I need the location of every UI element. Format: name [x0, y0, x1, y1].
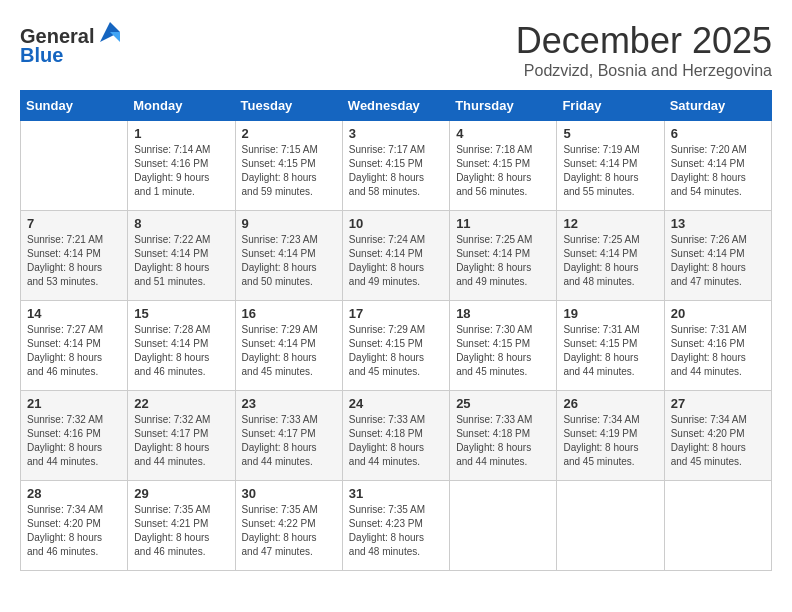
day-info: Sunrise: 7:18 AMSunset: 4:15 PMDaylight:… [456, 143, 550, 199]
month-title: December 2025 [516, 20, 772, 62]
week-row-3: 14Sunrise: 7:27 AMSunset: 4:14 PMDayligh… [21, 301, 772, 391]
day-number: 15 [134, 306, 228, 321]
day-info: Sunrise: 7:24 AMSunset: 4:14 PMDaylight:… [349, 233, 443, 289]
calendar-cell: 31Sunrise: 7:35 AMSunset: 4:23 PMDayligh… [342, 481, 449, 571]
page-header: General Blue December 2025 Podzvizd, Bos… [20, 20, 772, 80]
weekday-header-row: SundayMondayTuesdayWednesdayThursdayFrid… [21, 91, 772, 121]
day-info: Sunrise: 7:17 AMSunset: 4:15 PMDaylight:… [349, 143, 443, 199]
calendar-cell: 4Sunrise: 7:18 AMSunset: 4:15 PMDaylight… [450, 121, 557, 211]
day-number: 13 [671, 216, 765, 231]
calendar-cell: 1Sunrise: 7:14 AMSunset: 4:16 PMDaylight… [128, 121, 235, 211]
calendar-cell [557, 481, 664, 571]
day-info: Sunrise: 7:14 AMSunset: 4:16 PMDaylight:… [134, 143, 228, 199]
calendar-cell: 10Sunrise: 7:24 AMSunset: 4:14 PMDayligh… [342, 211, 449, 301]
calendar-cell: 19Sunrise: 7:31 AMSunset: 4:15 PMDayligh… [557, 301, 664, 391]
logo: General Blue [20, 25, 124, 67]
day-number: 8 [134, 216, 228, 231]
day-info: Sunrise: 7:35 AMSunset: 4:22 PMDaylight:… [242, 503, 336, 559]
day-info: Sunrise: 7:32 AMSunset: 4:17 PMDaylight:… [134, 413, 228, 469]
calendar-cell: 21Sunrise: 7:32 AMSunset: 4:16 PMDayligh… [21, 391, 128, 481]
calendar-cell [450, 481, 557, 571]
day-number: 9 [242, 216, 336, 231]
day-number: 24 [349, 396, 443, 411]
calendar-cell: 30Sunrise: 7:35 AMSunset: 4:22 PMDayligh… [235, 481, 342, 571]
calendar-table: SundayMondayTuesdayWednesdayThursdayFrid… [20, 90, 772, 571]
week-row-4: 21Sunrise: 7:32 AMSunset: 4:16 PMDayligh… [21, 391, 772, 481]
day-number: 11 [456, 216, 550, 231]
day-number: 4 [456, 126, 550, 141]
calendar-cell: 22Sunrise: 7:32 AMSunset: 4:17 PMDayligh… [128, 391, 235, 481]
day-number: 31 [349, 486, 443, 501]
calendar-cell: 26Sunrise: 7:34 AMSunset: 4:19 PMDayligh… [557, 391, 664, 481]
calendar-cell: 14Sunrise: 7:27 AMSunset: 4:14 PMDayligh… [21, 301, 128, 391]
title-block: December 2025 Podzvizd, Bosnia and Herze… [516, 20, 772, 80]
weekday-header-sunday: Sunday [21, 91, 128, 121]
day-number: 18 [456, 306, 550, 321]
calendar-cell: 9Sunrise: 7:23 AMSunset: 4:14 PMDaylight… [235, 211, 342, 301]
calendar-cell: 28Sunrise: 7:34 AMSunset: 4:20 PMDayligh… [21, 481, 128, 571]
day-info: Sunrise: 7:29 AMSunset: 4:14 PMDaylight:… [242, 323, 336, 379]
weekday-header-tuesday: Tuesday [235, 91, 342, 121]
calendar-cell: 2Sunrise: 7:15 AMSunset: 4:15 PMDaylight… [235, 121, 342, 211]
day-info: Sunrise: 7:31 AMSunset: 4:15 PMDaylight:… [563, 323, 657, 379]
calendar-cell: 8Sunrise: 7:22 AMSunset: 4:14 PMDaylight… [128, 211, 235, 301]
day-number: 2 [242, 126, 336, 141]
calendar-cell: 11Sunrise: 7:25 AMSunset: 4:14 PMDayligh… [450, 211, 557, 301]
week-row-1: 1Sunrise: 7:14 AMSunset: 4:16 PMDaylight… [21, 121, 772, 211]
calendar-cell [21, 121, 128, 211]
day-info: Sunrise: 7:35 AMSunset: 4:23 PMDaylight:… [349, 503, 443, 559]
day-info: Sunrise: 7:32 AMSunset: 4:16 PMDaylight:… [27, 413, 121, 469]
calendar-cell: 24Sunrise: 7:33 AMSunset: 4:18 PMDayligh… [342, 391, 449, 481]
calendar-cell: 12Sunrise: 7:25 AMSunset: 4:14 PMDayligh… [557, 211, 664, 301]
day-info: Sunrise: 7:28 AMSunset: 4:14 PMDaylight:… [134, 323, 228, 379]
day-info: Sunrise: 7:27 AMSunset: 4:14 PMDaylight:… [27, 323, 121, 379]
calendar-cell: 17Sunrise: 7:29 AMSunset: 4:15 PMDayligh… [342, 301, 449, 391]
day-info: Sunrise: 7:33 AMSunset: 4:17 PMDaylight:… [242, 413, 336, 469]
weekday-header-wednesday: Wednesday [342, 91, 449, 121]
day-number: 12 [563, 216, 657, 231]
day-info: Sunrise: 7:22 AMSunset: 4:14 PMDaylight:… [134, 233, 228, 289]
calendar-cell: 25Sunrise: 7:33 AMSunset: 4:18 PMDayligh… [450, 391, 557, 481]
day-number: 17 [349, 306, 443, 321]
svg-marker-1 [110, 32, 120, 42]
day-info: Sunrise: 7:20 AMSunset: 4:14 PMDaylight:… [671, 143, 765, 199]
day-info: Sunrise: 7:23 AMSunset: 4:14 PMDaylight:… [242, 233, 336, 289]
calendar-cell: 20Sunrise: 7:31 AMSunset: 4:16 PMDayligh… [664, 301, 771, 391]
day-number: 27 [671, 396, 765, 411]
calendar-cell: 6Sunrise: 7:20 AMSunset: 4:14 PMDaylight… [664, 121, 771, 211]
day-number: 19 [563, 306, 657, 321]
day-info: Sunrise: 7:26 AMSunset: 4:14 PMDaylight:… [671, 233, 765, 289]
day-number: 28 [27, 486, 121, 501]
day-info: Sunrise: 7:31 AMSunset: 4:16 PMDaylight:… [671, 323, 765, 379]
day-info: Sunrise: 7:34 AMSunset: 4:20 PMDaylight:… [27, 503, 121, 559]
day-number: 23 [242, 396, 336, 411]
day-number: 6 [671, 126, 765, 141]
day-number: 30 [242, 486, 336, 501]
day-info: Sunrise: 7:33 AMSunset: 4:18 PMDaylight:… [349, 413, 443, 469]
day-info: Sunrise: 7:35 AMSunset: 4:21 PMDaylight:… [134, 503, 228, 559]
week-row-2: 7Sunrise: 7:21 AMSunset: 4:14 PMDaylight… [21, 211, 772, 301]
calendar-cell: 3Sunrise: 7:17 AMSunset: 4:15 PMDaylight… [342, 121, 449, 211]
day-number: 22 [134, 396, 228, 411]
calendar-cell: 18Sunrise: 7:30 AMSunset: 4:15 PMDayligh… [450, 301, 557, 391]
calendar-cell: 15Sunrise: 7:28 AMSunset: 4:14 PMDayligh… [128, 301, 235, 391]
location-subtitle: Podzvizd, Bosnia and Herzegovina [516, 62, 772, 80]
day-info: Sunrise: 7:19 AMSunset: 4:14 PMDaylight:… [563, 143, 657, 199]
calendar-cell: 7Sunrise: 7:21 AMSunset: 4:14 PMDaylight… [21, 211, 128, 301]
day-number: 29 [134, 486, 228, 501]
calendar-cell: 23Sunrise: 7:33 AMSunset: 4:17 PMDayligh… [235, 391, 342, 481]
day-number: 16 [242, 306, 336, 321]
calendar-cell: 5Sunrise: 7:19 AMSunset: 4:14 PMDaylight… [557, 121, 664, 211]
day-number: 25 [456, 396, 550, 411]
day-number: 7 [27, 216, 121, 231]
day-number: 5 [563, 126, 657, 141]
day-info: Sunrise: 7:21 AMSunset: 4:14 PMDaylight:… [27, 233, 121, 289]
day-info: Sunrise: 7:33 AMSunset: 4:18 PMDaylight:… [456, 413, 550, 469]
day-info: Sunrise: 7:15 AMSunset: 4:15 PMDaylight:… [242, 143, 336, 199]
weekday-header-thursday: Thursday [450, 91, 557, 121]
weekday-header-friday: Friday [557, 91, 664, 121]
calendar-cell: 29Sunrise: 7:35 AMSunset: 4:21 PMDayligh… [128, 481, 235, 571]
calendar-cell: 13Sunrise: 7:26 AMSunset: 4:14 PMDayligh… [664, 211, 771, 301]
day-number: 21 [27, 396, 121, 411]
calendar-cell [664, 481, 771, 571]
